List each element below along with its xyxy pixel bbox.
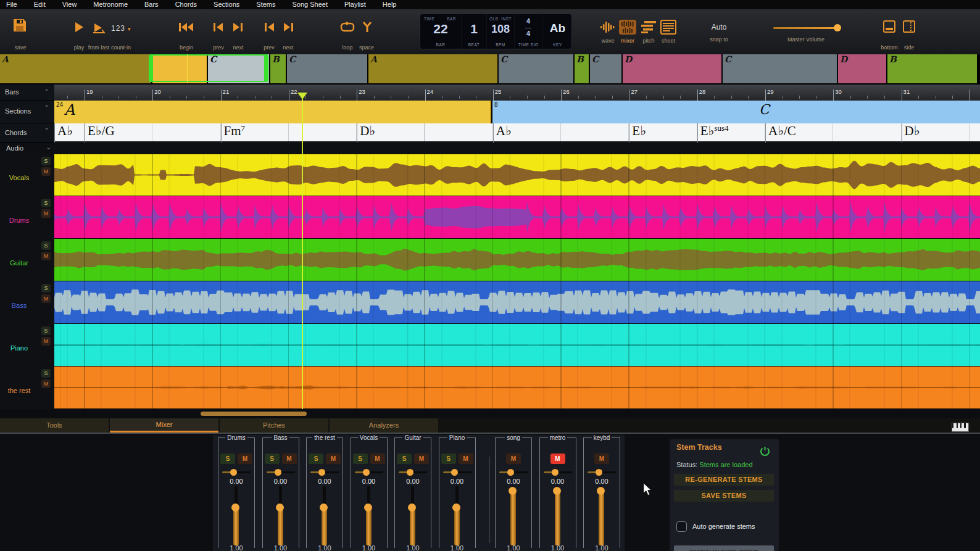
strip-mute-keybd[interactable]: M	[594, 454, 609, 464]
strip-pan-knob-the-rest[interactable]	[318, 469, 325, 476]
menu-file[interactable]: File	[6, 0, 17, 9]
track-lane-drums[interactable]	[54, 196, 980, 239]
power-icon[interactable]	[760, 446, 770, 457]
section-block-c[interactable]: 8 C	[492, 101, 980, 123]
track-solo-drums[interactable]: S	[41, 199, 51, 207]
overview-section-d-9[interactable]: D	[623, 54, 721, 83]
chords-rail[interactable]: Chords ⌄	[0, 123, 54, 143]
menu-metronome[interactable]: Metronome	[93, 0, 128, 9]
scrollbar-thumb[interactable]	[201, 412, 307, 416]
strip-solo-drums[interactable]: S	[220, 454, 235, 464]
strip-mute-piano[interactable]: M	[459, 454, 473, 464]
sections-rail[interactable]: Sections ⌄	[0, 101, 54, 123]
snap-to-value[interactable]: Auto	[704, 23, 734, 31]
track-solo-piano[interactable]: S	[41, 326, 51, 335]
strip-fader-knob-the-rest[interactable]	[320, 503, 328, 512]
count-in-button[interactable]: 123 ▼	[111, 24, 131, 33]
strip-pan-knob-metro[interactable]	[552, 469, 559, 476]
sections-chevron-icon[interactable]: ⌄	[44, 101, 49, 108]
overview-section-c-10[interactable]: C	[723, 54, 837, 83]
track-header-guitar[interactable]: GuitarSM	[0, 239, 54, 281]
track-solo-vocals[interactable]: S	[41, 157, 51, 165]
view-wave-button[interactable]: wave	[599, 20, 617, 44]
strip-fader-knob-song[interactable]	[509, 487, 517, 495]
overview-section-b-7[interactable]: B	[575, 54, 589, 83]
auto-generate-checkbox[interactable]	[676, 521, 687, 532]
play-from-last-button[interactable]	[92, 23, 106, 34]
track-lane-guitar[interactable]	[54, 239, 980, 281]
section-block-a[interactable]: 24 A	[54, 101, 491, 123]
track-mute-drums[interactable]: M	[41, 209, 51, 218]
tab-tools[interactable]: Tools	[0, 418, 109, 433]
bars-chevron-icon[interactable]: ⌄	[44, 85, 49, 92]
prev-bar-button[interactable]	[264, 23, 275, 32]
track-mute-piano[interactable]: M	[41, 337, 51, 346]
chord-cell-2[interactable]: Fm7	[221, 123, 357, 143]
overview-selection[interactable]	[150, 54, 267, 82]
bars-rail[interactable]: Bars ⌄	[0, 85, 54, 101]
save-stems-button[interactable]: SAVE STEMS	[674, 490, 774, 502]
master-volume-knob[interactable]	[834, 24, 841, 31]
next-bar-button[interactable]	[283, 23, 294, 32]
strip-fader-knob-drums[interactable]	[231, 503, 239, 512]
strip-mute-song[interactable]: M	[506, 454, 521, 464]
strip-solo-bass[interactable]: S	[265, 454, 280, 464]
chord-cell-8[interactable]: D♭	[902, 123, 980, 143]
menu-sections[interactable]: Sections	[214, 0, 239, 9]
menu-view[interactable]: View	[62, 0, 77, 9]
strip-fader-knob-vocals[interactable]	[364, 503, 372, 512]
track-lane-piano[interactable]	[54, 324, 980, 367]
track-header-bass[interactable]: BassSM	[0, 281, 54, 324]
strip-mute-vocals[interactable]: M	[370, 454, 385, 464]
tab-pitches[interactable]: Pitches	[220, 418, 328, 433]
strip-pan-knob-vocals[interactable]	[363, 469, 370, 476]
chord-cell-7[interactable]: A♭/C	[765, 123, 902, 143]
menu-help[interactable]: Help	[383, 0, 397, 9]
chord-cell-5[interactable]: E♭	[629, 123, 697, 143]
track-solo-bass[interactable]: S	[41, 284, 51, 292]
horizontal-scrollbar[interactable]	[0, 409, 980, 418]
begin-button[interactable]	[178, 22, 194, 32]
strip-solo-guitar[interactable]: S	[397, 454, 412, 464]
strip-pan-knob-bass[interactable]	[275, 469, 281, 476]
strip-pan-knob-guitar[interactable]	[407, 469, 413, 476]
bottom-panel-button[interactable]	[883, 20, 895, 35]
overview-section-c-6[interactable]: C	[499, 54, 573, 83]
track-mute-bass[interactable]: M	[41, 294, 51, 303]
view-mixer-button[interactable]: mixer	[618, 20, 637, 44]
strip-solo-vocals[interactable]: S	[353, 454, 368, 464]
bar-ruler[interactable]: 19202122232425262728293031	[54, 85, 980, 101]
menu-bars[interactable]: Bars	[144, 0, 159, 9]
strip-pan-knob-piano[interactable]	[451, 469, 458, 476]
track-header-piano[interactable]: PianoSM	[0, 324, 54, 367]
audio-chevron-icon[interactable]: ⌄	[46, 144, 51, 151]
chords-chevron-icon[interactable]: ⌄	[44, 124, 49, 131]
strip-mute-metro[interactable]: M	[550, 454, 565, 464]
strip-fader-knob-keybd[interactable]	[597, 487, 605, 495]
strip-solo-piano[interactable]: S	[441, 454, 456, 464]
prev-section-button[interactable]	[213, 23, 223, 32]
strip-solo-the-rest[interactable]: S	[309, 454, 323, 464]
tab-mixer[interactable]: Mixer	[110, 418, 218, 433]
regenerate-stems-button[interactable]: RE-GENERATE STEMS	[674, 474, 774, 486]
strip-pan-knob-keybd[interactable]	[596, 469, 602, 476]
track-mute-the-rest[interactable]: M	[41, 379, 51, 388]
strip-fader-knob-metro[interactable]	[553, 487, 561, 495]
master-volume-slider[interactable]	[773, 27, 841, 29]
track-lane-the-rest[interactable]	[54, 367, 980, 409]
menu-edit[interactable]: Edit	[34, 0, 46, 9]
track-solo-the-rest[interactable]: S	[41, 369, 51, 378]
menu-playlist[interactable]: Playlist	[344, 0, 366, 9]
track-lane-vocals[interactable]	[54, 154, 980, 196]
tab-analyzers[interactable]: Analyzers	[330, 418, 438, 433]
track-lane-bass[interactable]	[54, 281, 980, 324]
strip-mute-guitar[interactable]: M	[414, 454, 429, 464]
strip-fader-knob-piano[interactable]	[452, 503, 460, 512]
play-button[interactable]	[73, 22, 85, 33]
track-mute-guitar[interactable]: M	[41, 252, 51, 260]
overview-section-d-11[interactable]: D	[838, 54, 886, 83]
chord-cell-6[interactable]: E♭sus4	[697, 123, 765, 143]
overview-section-c-4[interactable]: C	[287, 54, 367, 83]
overview-section-a-5[interactable]: A	[368, 54, 497, 83]
chord-cell-4[interactable]: A♭	[493, 123, 629, 143]
